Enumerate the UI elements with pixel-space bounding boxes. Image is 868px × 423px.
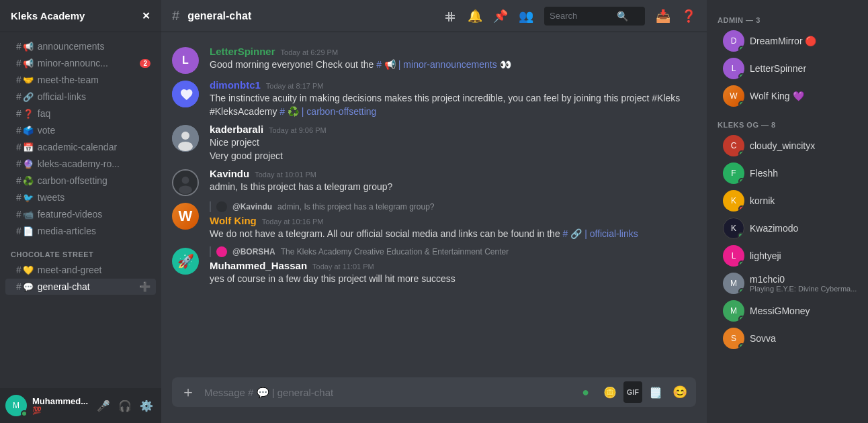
channel-name: official-links xyxy=(38,91,86,102)
channel-name: announcements xyxy=(38,41,105,52)
channel-item-meet-the-team[interactable]: # 🤝 meet-the-team xyxy=(5,72,156,88)
message-header: Muhammed_Hassan Today at 11:01 PM xyxy=(210,260,696,271)
channel-mention[interactable]: # ♻️ | carbon-offsetting xyxy=(279,106,376,117)
message-item: W @Kavindu admin, Is this project has a … xyxy=(161,199,707,244)
channel-item-tweets[interactable]: # 🐦 tweets xyxy=(5,189,156,205)
channel-name: meet-and-greet xyxy=(38,265,102,275)
member-item-cloudy[interactable]: C cloudy_wincityx xyxy=(712,132,863,159)
channel-emoji: 📹 xyxy=(23,209,34,220)
member-name: MessiGMoney xyxy=(750,306,857,316)
hash-icon: # xyxy=(16,265,21,275)
member-item-messigmoney[interactable]: M MessiGMoney xyxy=(712,297,863,324)
member-info: lightyeji xyxy=(750,250,857,261)
member-status-indicator xyxy=(738,288,744,294)
hash-icon: # xyxy=(16,58,21,68)
message-content: @Kavindu admin, Is this project has a te… xyxy=(210,201,696,241)
message-header: kaderbarali Today at 9:06 PM xyxy=(210,124,696,135)
emoji-button[interactable]: 😊 xyxy=(669,381,691,403)
channel-item-faq[interactable]: # ❓ faq xyxy=(5,105,156,122)
svg-point-9 xyxy=(182,177,189,184)
channel-item-kleks-academy-ro[interactable]: # 🔮 kleks-academy-ro... xyxy=(5,156,156,172)
message-item: kaderbarali Today at 9:06 PM Nice projec… xyxy=(161,121,707,165)
channel-item-vote[interactable]: # 🗳️ vote xyxy=(5,122,156,138)
avatar: L xyxy=(172,47,199,74)
message-timestamp: Today at 6:29 PM xyxy=(281,48,339,56)
member-avatar: W xyxy=(723,85,744,107)
hash-icon: # xyxy=(16,125,21,136)
add-member-icon[interactable]: ➕ xyxy=(139,281,150,292)
channel-item-general-chat[interactable]: # 💬 general-chat ➕ xyxy=(5,279,156,295)
current-user-tag: 💯 xyxy=(32,406,89,415)
channel-item-media-articles[interactable]: # 📄 media-articles xyxy=(5,223,156,239)
member-item-lightyeji[interactable]: L lightyeji xyxy=(712,242,863,269)
svg-point-6 xyxy=(181,132,189,140)
message-timestamp: Today at 10:01 PM xyxy=(255,171,316,179)
member-item-sovva[interactable]: S Sovva xyxy=(712,325,863,352)
server-header[interactable]: Kleks Academy ✕ xyxy=(0,0,161,32)
member-item-wolfking[interactable]: W Wolf King 💜 xyxy=(712,83,863,109)
member-name: kornik xyxy=(750,195,857,206)
avatar: 🚀 xyxy=(172,248,199,275)
sticker-button[interactable]: 🗒️ xyxy=(645,381,666,403)
channel-item-carbon-offsetting[interactable]: # ♻️ carbon-offsetting xyxy=(5,173,156,189)
hash-icon: # xyxy=(16,226,21,236)
member-item-fleshh[interactable]: F Fleshh xyxy=(712,160,863,187)
member-item-kornik[interactable]: K kornik xyxy=(712,187,863,214)
message-content: Kavindu Today at 10:01 PM admin, Is this… xyxy=(210,168,696,196)
user-panel: M Muhammed... 💯 🎤 🎧 ⚙️ xyxy=(0,388,161,423)
notifications-button[interactable]: 🔔 xyxy=(468,9,482,23)
pin-button[interactable]: 📌 xyxy=(493,9,508,23)
message-header: dimonbtc1 Today at 8:17 PM xyxy=(210,79,696,91)
channel-mention[interactable]: # 📢 | minor-announcements xyxy=(376,59,496,70)
inbox-button[interactable]: 📥 xyxy=(656,9,670,23)
message-text: We do not have a telegram. All our offic… xyxy=(210,228,696,241)
user-settings-button[interactable]: ⚙️ xyxy=(137,396,156,415)
main-content: # general-chat 🔔 📌 👥 🔍 📥 ❓ L LetterSpinn… xyxy=(161,0,707,423)
avatar xyxy=(172,125,199,152)
channel-mention[interactable]: # 🔗 | official-links xyxy=(563,228,638,239)
channel-emoji: 💬 xyxy=(23,282,34,292)
channel-name: featured-videos xyxy=(38,209,103,220)
member-avatar: L xyxy=(723,245,744,267)
hashtag-button[interactable] xyxy=(443,9,457,23)
message-item: L LetterSpinner Today at 6:29 PM Good mo… xyxy=(161,43,707,77)
avatar-letter: M xyxy=(13,401,19,410)
mute-button[interactable]: 🎤 xyxy=(94,396,113,415)
channel-item-official-links[interactable]: # 🔗 official-links xyxy=(5,89,156,105)
deafen-button[interactable]: 🎧 xyxy=(116,396,134,415)
member-item-m1chci0[interactable]: M m1chci0 Playing E.Y.E: Divine Cyberma.… xyxy=(712,270,863,297)
channel-item-academic-calendar[interactable]: # 📅 academic-calendar xyxy=(5,139,156,155)
emoji-coin-button[interactable]: 🪙 xyxy=(599,381,621,403)
member-status-indicator xyxy=(738,73,744,79)
channel-name: general-chat xyxy=(38,281,90,292)
gif-label-button[interactable]: GIF xyxy=(623,381,642,403)
member-info: Sovva xyxy=(750,333,857,344)
hash-icon: # xyxy=(16,175,21,186)
member-badge: 🔴 xyxy=(805,36,816,46)
channel-emoji: ♻️ xyxy=(23,176,34,186)
member-item-kwazimodo[interactable]: K Kwazimodo xyxy=(712,215,863,242)
help-button[interactable]: ❓ xyxy=(681,9,696,23)
message-author: Muhammed_Hassan xyxy=(210,260,307,271)
message-header: LetterSpinner Today at 6:29 PM xyxy=(210,46,696,57)
attach-button[interactable]: ＋ xyxy=(177,381,199,403)
channel-emoji: 🗳️ xyxy=(23,126,34,136)
member-item-letterspinner[interactable]: L LetterSpinner xyxy=(712,55,863,82)
member-avatar: F xyxy=(723,162,744,184)
channel-item-featured-videos[interactable]: # 📹 featured-videos xyxy=(5,206,156,222)
member-avatar: M xyxy=(723,273,744,294)
member-info: Fleshh xyxy=(750,168,857,179)
gif-button[interactable]: ● xyxy=(575,381,597,403)
channel-item-minor-announcements[interactable]: # 📢 minor-announc... 2 xyxy=(5,55,156,71)
message-input[interactable] xyxy=(204,380,570,405)
member-item-dreammirror[interactable]: D DreamMirror 🔴 xyxy=(712,28,863,54)
current-user-name: Muhammed... xyxy=(32,396,89,406)
channel-item-meet-and-greet[interactable]: # 💛 meet-and-greet xyxy=(5,262,156,278)
search-input[interactable] xyxy=(550,11,617,21)
members-button[interactable]: 👥 xyxy=(519,9,533,23)
channel-emoji: 💛 xyxy=(23,265,34,275)
channel-header-name: general-chat xyxy=(187,10,251,22)
channel-item-announcements[interactable]: # 📢 announcements xyxy=(5,38,156,54)
hash-icon: # xyxy=(16,281,21,292)
category-chocolate-street[interactable]: CHOCOLATE STREET xyxy=(0,240,161,261)
